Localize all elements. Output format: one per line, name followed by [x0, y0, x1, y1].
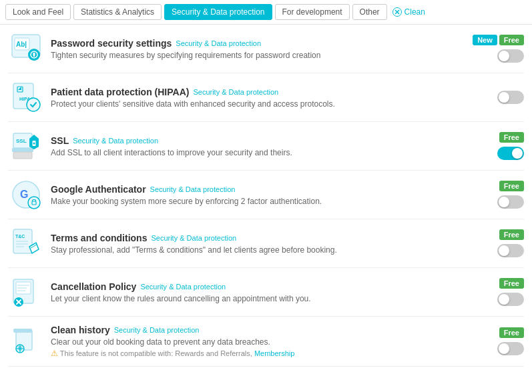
svg-point-13 — [27, 98, 40, 111]
feature-title-row-ssl: SSL Security & Data protection — [51, 135, 477, 146]
badge-free-clean-history: Free — [499, 327, 524, 338]
feature-content-cancellation: Cancellation Policy Security & Data prot… — [51, 281, 477, 303]
badge-free-password-security: Free — [499, 35, 524, 45]
badge-free-terms: Free — [499, 229, 524, 240]
feature-desc-cancellation: Let your client know the rules around ca… — [51, 294, 477, 303]
feature-right-ssl: Free — [477, 132, 524, 160]
feature-row-hipaa: HIPAA Patient data protection (HIPAA) Se… — [8, 73, 524, 122]
badges-row-ssl: Free — [499, 132, 524, 143]
feature-right-terms: Free — [477, 229, 524, 257]
feature-right-password-security: New Free — [473, 35, 524, 63]
feature-tag-google-auth: Security & Data protection — [150, 185, 236, 193]
feature-icon-ssl: SSL — [8, 130, 44, 162]
feature-content-password-security: Password security settings Security & Da… — [51, 38, 473, 60]
svg-point-22 — [28, 197, 40, 209]
x-circle-icon — [392, 7, 402, 17]
toggle-google-auth[interactable] — [497, 195, 524, 209]
svg-text:Ab|: Ab| — [16, 41, 27, 48]
feature-tag-terms: Security & Data protection — [151, 234, 236, 242]
feature-right-clean-history: Free — [477, 327, 524, 355]
feature-warning-clean-history: ⚠ This feature is not compatible with: R… — [51, 349, 477, 358]
clean-tab-label: Clean — [405, 7, 425, 17]
feature-row-clean-history: Clean history Security & Data protection… — [8, 317, 524, 367]
tab-clean[interactable]: Clean — [392, 7, 425, 17]
feature-title-row-terms: Terms and conditions Security & Data pro… — [51, 233, 477, 243]
badges-row-cancellation: Free — [499, 278, 524, 289]
feature-content-clean-history: Clean history Security & Data protection… — [51, 325, 477, 358]
feature-title-row-cancellation: Cancellation Policy Security & Data prot… — [51, 281, 477, 292]
badges-row-google-auth: Free — [499, 181, 524, 191]
feature-content-ssl: SSL Security & Data protection Add SSL t… — [51, 135, 477, 157]
badge-free-google-auth: Free — [499, 181, 524, 191]
feature-title-google-auth: Google Authenticator — [51, 184, 146, 195]
feature-row-cancellation: Cancellation Policy Security & Data prot… — [8, 268, 524, 317]
feature-title-row-clean-history: Clean history Security & Data protection — [51, 325, 477, 335]
toggle-slider-clean-history — [497, 342, 524, 355]
toggle-slider-hipaa — [497, 91, 524, 104]
toggle-ssl[interactable] — [497, 147, 524, 160]
toggle-password-security[interactable] — [497, 49, 524, 63]
feature-tag-hipaa: Security & Data protection — [193, 88, 278, 96]
svg-rect-39 — [13, 329, 32, 333]
toggle-hipaa[interactable] — [497, 91, 524, 104]
feature-right-google-auth: Free — [477, 181, 524, 209]
toggle-slider-password-security — [497, 49, 524, 63]
svg-text:T&C: T&C — [15, 234, 25, 239]
tab-stats-analytics[interactable]: Statistics & Analytics — [73, 4, 162, 20]
toggle-slider-google-auth — [497, 195, 524, 209]
toggle-clean-history[interactable] — [497, 342, 524, 355]
feature-title-ssl: SSL — [51, 135, 69, 146]
badge-new-password-security: New — [473, 35, 497, 45]
feature-content-hipaa: Patient data protection (HIPAA) Security… — [51, 87, 477, 109]
svg-point-19 — [33, 143, 35, 145]
feature-title-clean-history: Clean history — [51, 325, 110, 335]
feature-title-terms: Terms and conditions — [51, 233, 147, 243]
badge-free-ssl: Free — [499, 132, 524, 143]
badges-row-terms: Free — [499, 229, 524, 240]
feature-title-hipaa: Patient data protection (HIPAA) — [51, 87, 189, 97]
tab-other[interactable]: Other — [352, 4, 387, 20]
feature-row-ssl: SSL SSL Security & Data protection Add S… — [8, 122, 524, 171]
badges-row-password-security: New Free — [473, 35, 524, 45]
tab-for-development[interactable]: For development — [275, 4, 350, 20]
svg-text:SSL: SSL — [16, 138, 27, 144]
svg-rect-16 — [12, 148, 33, 152]
main-container: Look and Feel Statistics & Analytics Sec… — [0, 0, 532, 392]
svg-text:G: G — [20, 189, 28, 200]
toggle-slider-cancellation — [497, 293, 524, 306]
feature-title-password-security: Password security settings — [51, 38, 172, 49]
feature-content-google-auth: Google Authenticator Security & Data pro… — [51, 184, 477, 206]
feature-right-hipaa — [477, 91, 524, 104]
feature-tag-ssl: Security & Data protection — [73, 137, 158, 145]
feature-icon-hipaa: HIPAA — [8, 81, 44, 113]
features-list: Ab| Password security settings Security … — [0, 25, 532, 375]
feature-icon-password-security: Ab| — [8, 33, 44, 65]
svg-rect-8 — [33, 53, 35, 56]
feature-row-password-security: Ab| Password security settings Security … — [8, 25, 524, 73]
feature-icon-clean-history — [8, 325, 44, 357]
toggle-cancellation[interactable] — [497, 293, 524, 306]
tab-look-feel[interactable]: Look and Feel — [5, 4, 71, 20]
feature-icon-terms: T&C — [8, 227, 44, 259]
feature-desc-ssl: Add SSL to all client interactions to im… — [51, 148, 477, 157]
feature-tag-cancellation: Security & Data protection — [140, 283, 226, 291]
tab-security-data[interactable]: Security & Data protection — [164, 4, 272, 20]
feature-tag-password-security: Security & Data protection — [176, 39, 261, 47]
svg-point-9 — [33, 56, 35, 57]
feature-right-cancellation: Free — [477, 278, 524, 306]
warning-icon: ⚠ — [51, 349, 58, 358]
feature-desc-google-auth: Make your booking system more secure by … — [51, 197, 477, 206]
feature-desc-hipaa: Protect your clients' sensitive data wit… — [51, 99, 477, 109]
feature-icon-google-auth: G — [8, 179, 44, 211]
feature-icon-cancellation — [8, 276, 44, 308]
warning-link-membership[interactable]: Membership — [254, 349, 295, 357]
svg-rect-17 — [13, 152, 32, 159]
tab-bar: Look and Feel Statistics & Analytics Sec… — [0, 0, 532, 25]
feature-desc-password-security: Tighten security measures by specifying … — [51, 51, 473, 60]
toggle-terms[interactable] — [497, 244, 524, 257]
feature-desc-clean-history: Clear out your old booking data to preve… — [51, 337, 477, 347]
feature-tag-clean-history: Security & Data protection — [114, 326, 200, 334]
toggle-slider-ssl — [497, 147, 524, 160]
badge-free-cancellation: Free — [499, 278, 524, 289]
feature-title-row-google-auth: Google Authenticator Security & Data pro… — [51, 184, 477, 195]
